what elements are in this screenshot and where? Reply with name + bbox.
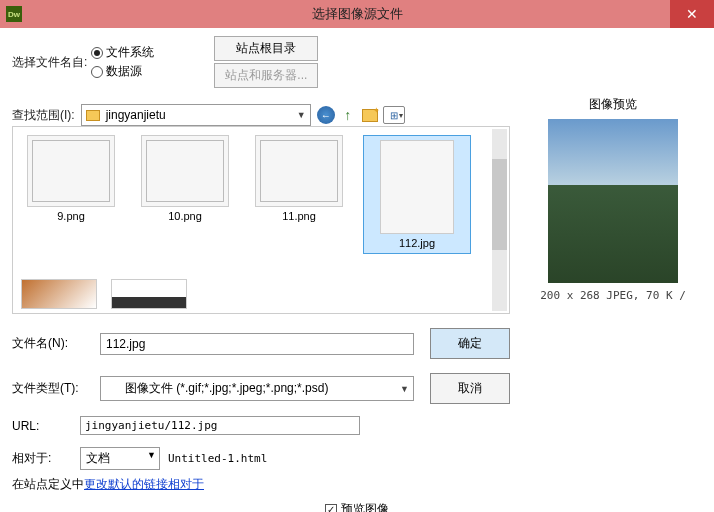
file-name: 10.png — [168, 210, 202, 222]
url-label: URL: — [12, 419, 72, 433]
preview-info: 200 x 268 JPEG, 70 K / — [524, 289, 702, 302]
relative-label: 相对于: — [12, 450, 72, 467]
relative-combo[interactable]: 文档 ▼ — [80, 447, 160, 470]
radio-filesystem[interactable]: 文件系统 — [91, 44, 154, 61]
chevron-down-icon: ▼ — [297, 110, 306, 120]
folder-name: jingyanjietu — [106, 108, 166, 122]
preview-title: 图像预览 — [524, 96, 702, 113]
file-list: 9.png 10.png 11.png 112.jpg — [12, 126, 510, 314]
file-name: 112.jpg — [399, 237, 435, 249]
radio-datasource[interactable]: 数据源 — [91, 63, 154, 80]
window-title: 选择图像源文件 — [312, 5, 403, 23]
relative-file: Untitled-1.html — [168, 452, 267, 465]
app-icon: Dw — [6, 6, 22, 22]
radio-label: 文件系统 — [106, 44, 154, 61]
close-button[interactable]: ✕ — [670, 0, 714, 28]
filetype-combo[interactable]: 图像文件 (*.gif;*.jpg;*.jpeg;*.png;*.psd) ▼ — [100, 376, 414, 401]
note-prefix: 在站点定义中 — [12, 477, 84, 491]
thumbnail-image — [255, 135, 343, 207]
preview-image — [548, 119, 678, 283]
lookup-label: 查找范围(I): — [12, 107, 75, 124]
chevron-down-icon: ▼ — [400, 384, 409, 394]
scrollbar-thumb[interactable] — [492, 159, 507, 250]
preview-checkbox[interactable] — [325, 504, 337, 512]
radio-label: 数据源 — [106, 63, 142, 80]
radio-icon — [91, 66, 103, 78]
chevron-down-icon: ▼ — [147, 450, 156, 460]
folder-icon — [86, 110, 100, 121]
url-input[interactable] — [80, 416, 360, 435]
change-default-link[interactable]: 更改默认的链接相对于 — [84, 477, 204, 491]
nav-back-icon[interactable]: ← — [317, 106, 335, 124]
nav-newfolder-icon[interactable] — [361, 106, 379, 124]
file-thumb-partial[interactable] — [21, 279, 97, 309]
relative-value: 文档 — [86, 451, 110, 465]
file-thumb[interactable]: 11.png — [249, 135, 349, 254]
file-thumb[interactable]: 10.png — [135, 135, 235, 254]
thumbnail-image — [380, 140, 454, 234]
file-thumb-partial[interactable] — [111, 279, 187, 309]
thumbnail-image — [141, 135, 229, 207]
lookup-folder-combo[interactable]: jingyanjietu ▼ — [81, 104, 311, 126]
scrollbar[interactable] — [492, 129, 507, 311]
filename-label: 文件名(N): — [12, 335, 92, 352]
site-servers-button[interactable]: 站点和服务器... — [214, 63, 318, 88]
cancel-button[interactable]: 取消 — [430, 373, 510, 404]
radio-icon — [91, 47, 103, 59]
filename-input[interactable] — [100, 333, 414, 355]
filetype-label: 文件类型(T): — [12, 380, 92, 397]
nav-viewmode-icon[interactable]: ⊞ — [383, 106, 405, 124]
titlebar: Dw 选择图像源文件 ✕ — [0, 0, 714, 28]
file-thumb[interactable]: 9.png — [21, 135, 121, 254]
source-label: 选择文件名自: — [12, 54, 87, 71]
nav-up-icon[interactable]: ↑ — [339, 106, 357, 124]
file-name: 9.png — [57, 210, 85, 222]
file-thumb-selected[interactable]: 112.jpg — [363, 135, 471, 254]
source-radio-group: 文件系统 数据源 — [91, 44, 154, 80]
file-name: 11.png — [282, 210, 316, 222]
ok-button[interactable]: 确定 — [430, 328, 510, 359]
preview-checkbox-label: 预览图像 — [341, 502, 389, 512]
site-root-button[interactable]: 站点根目录 — [214, 36, 318, 61]
thumbnail-image — [27, 135, 115, 207]
filetype-value: 图像文件 (*.gif;*.jpg;*.jpeg;*.png;*.psd) — [125, 380, 328, 397]
